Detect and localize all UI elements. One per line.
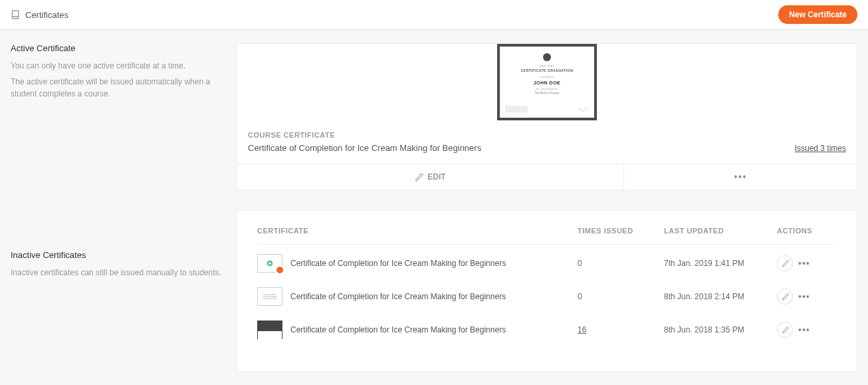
preview-footer bbox=[505, 104, 589, 114]
preview-title: CERTIFICATE GRADUATION bbox=[521, 68, 574, 72]
preview-for: for completing the bbox=[536, 87, 558, 90]
book-icon bbox=[11, 10, 20, 19]
last-updated-value: 7th Jan. 2019 1:41 PM bbox=[664, 259, 777, 268]
row-edit-button[interactable] bbox=[777, 322, 793, 338]
preview-awarded: awarded to bbox=[540, 75, 554, 78]
row-edit-button[interactable] bbox=[777, 289, 793, 305]
thumbnail-badge-icon bbox=[275, 265, 284, 275]
active-action-row: EDIT ••• bbox=[237, 164, 857, 190]
certificate-preview-wrap: your logo CERTIFICATE GRADUATION awarded… bbox=[237, 44, 857, 120]
certificate-name[interactable]: Certificate of Completion for Ice Cream … bbox=[290, 325, 506, 334]
active-heading: Active Certificate bbox=[11, 43, 223, 53]
inactive-certificate-sidebar: Inactive Certificates Inactive certifica… bbox=[11, 250, 223, 279]
edit-button[interactable]: EDIT bbox=[237, 164, 624, 190]
certificate-thumbnail[interactable] bbox=[257, 254, 282, 273]
certificate-preview[interactable]: your logo CERTIFICATE GRADUATION awarded… bbox=[497, 44, 597, 120]
times-issued-value: 0 bbox=[578, 292, 664, 301]
course-cert-title: Certificate of Completion for Ice Cream … bbox=[248, 143, 481, 153]
certificate-name[interactable]: Certificate of Completion for Ice Cream … bbox=[290, 292, 506, 301]
certificate-name[interactable]: Certificate of Completion for Ice Cream … bbox=[290, 259, 506, 268]
col-last-updated: LAST UPDATED bbox=[664, 227, 777, 235]
preview-logo-icon bbox=[543, 53, 551, 61]
page-header: Certificates New Certificate bbox=[0, 0, 868, 30]
certificate-thumbnail[interactable] bbox=[257, 321, 282, 339]
last-updated-value: 8th Jun. 2018 1:35 PM bbox=[664, 325, 777, 334]
pencil-icon bbox=[782, 293, 789, 301]
new-certificate-button[interactable]: New Certificate bbox=[778, 5, 857, 24]
row-more-button[interactable]: ••• bbox=[798, 291, 810, 302]
col-actions: ACTIONS bbox=[777, 227, 837, 235]
col-certificate: CERTIFICATE bbox=[257, 227, 578, 235]
active-certificate-card: your logo CERTIFICATE GRADUATION awarded… bbox=[237, 43, 857, 190]
pencil-icon bbox=[782, 260, 789, 267]
active-desc-1: You can only have one active certificate… bbox=[11, 60, 223, 72]
preview-logo-text: your logo bbox=[540, 64, 554, 67]
thumbnail-lines-icon bbox=[263, 296, 276, 297]
issued-count-link[interactable]: Issued 3 times bbox=[795, 144, 846, 153]
preview-name: JOHN DOE bbox=[534, 80, 561, 85]
edit-label: EDIT bbox=[427, 172, 445, 182]
more-button[interactable]: ••• bbox=[624, 164, 857, 190]
times-issued-value: 0 bbox=[578, 259, 664, 268]
preview-serial-box bbox=[505, 106, 528, 112]
dots-icon: ••• bbox=[734, 171, 747, 182]
row-more-button[interactable]: ••• bbox=[798, 324, 810, 335]
row-more-button[interactable]: ••• bbox=[798, 258, 810, 269]
times-issued-link[interactable]: 16 bbox=[578, 325, 664, 334]
table-row: Certificate of Completion for Ice Cream … bbox=[257, 278, 837, 311]
inactive-certificates-card: CERTIFICATE TIMES ISSUED LAST UPDATED AC… bbox=[237, 210, 857, 372]
table-row: Certificate of Completion for Ice Cream … bbox=[257, 311, 837, 344]
thumbnail-dark-icon bbox=[258, 331, 282, 339]
active-desc-2: The active certificate will be issued au… bbox=[11, 76, 223, 100]
course-cert-meta: COURSE CERTIFICATE Certificate of Comple… bbox=[237, 120, 857, 164]
table-header: CERTIFICATE TIMES ISSUED LAST UPDATED AC… bbox=[257, 227, 837, 245]
page-title: Certificates bbox=[25, 10, 68, 20]
row-edit-button[interactable] bbox=[777, 255, 793, 271]
active-certificate-sidebar: Active Certificate You can only have one… bbox=[11, 43, 223, 100]
inactive-heading: Inactive Certificates bbox=[11, 250, 223, 260]
inactive-desc: Inactive certificates can still be issue… bbox=[11, 267, 223, 279]
thumbnail-seal-icon bbox=[267, 261, 272, 266]
table-row: Certificate of Completion for Ice Cream … bbox=[257, 245, 837, 278]
preview-course: The Name of Course bbox=[534, 91, 559, 94]
signature-icon bbox=[577, 104, 589, 114]
header-left: Certificates bbox=[11, 10, 68, 20]
pencil-icon bbox=[782, 326, 789, 334]
col-times-issued: TIMES ISSUED bbox=[578, 227, 664, 235]
last-updated-value: 8th Jun. 2018 2:14 PM bbox=[664, 292, 777, 301]
certificate-thumbnail[interactable] bbox=[257, 287, 282, 306]
course-cert-label: COURSE CERTIFICATE bbox=[248, 131, 481, 139]
pencil-icon bbox=[415, 173, 423, 182]
